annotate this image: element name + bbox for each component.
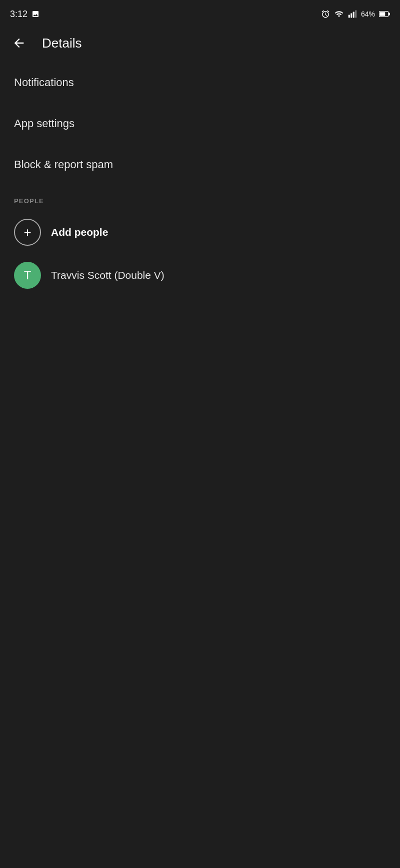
battery-percentage: 64% bbox=[361, 10, 375, 18]
toolbar: Details bbox=[0, 26, 400, 62]
signal-icon bbox=[348, 10, 357, 19]
alarm-icon bbox=[321, 10, 330, 19]
svg-rect-0 bbox=[348, 15, 350, 18]
notifications-menu-item[interactable]: Notifications bbox=[0, 62, 400, 103]
contact-avatar-initial: T bbox=[24, 268, 32, 282]
contact-avatar-travvis: T bbox=[14, 262, 41, 289]
svg-rect-6 bbox=[388, 13, 390, 15]
wifi-icon bbox=[334, 10, 344, 19]
battery-icon bbox=[379, 11, 390, 18]
add-people-avatar: + bbox=[14, 219, 41, 246]
status-bar-time: 3:12 bbox=[10, 9, 40, 20]
block-report-spam-menu-item[interactable]: Block & report spam bbox=[0, 144, 400, 185]
add-people-item[interactable]: + Add people bbox=[0, 211, 400, 254]
page-title: Details bbox=[42, 36, 82, 51]
people-section-header: PEOPLE bbox=[0, 185, 400, 211]
app-settings-menu-item[interactable]: App settings bbox=[0, 103, 400, 144]
contact-item-travvis[interactable]: T Travvis Scott (Double V) bbox=[0, 254, 400, 297]
add-people-label: Add people bbox=[51, 226, 108, 238]
people-list: + Add people T Travvis Scott (Double V) bbox=[0, 211, 400, 297]
plus-icon: + bbox=[24, 226, 31, 239]
svg-rect-2 bbox=[353, 12, 354, 18]
back-button[interactable] bbox=[8, 32, 30, 54]
back-arrow-icon bbox=[12, 36, 26, 50]
contact-name-travvis: Travvis Scott (Double V) bbox=[51, 269, 164, 281]
time-display: 3:12 bbox=[10, 9, 28, 20]
svg-rect-5 bbox=[380, 12, 385, 16]
status-bar: 3:12 64% bbox=[0, 0, 400, 26]
svg-rect-3 bbox=[355, 11, 356, 18]
status-bar-right: 64% bbox=[321, 10, 390, 19]
image-icon bbox=[32, 10, 40, 18]
svg-rect-1 bbox=[350, 14, 352, 18]
